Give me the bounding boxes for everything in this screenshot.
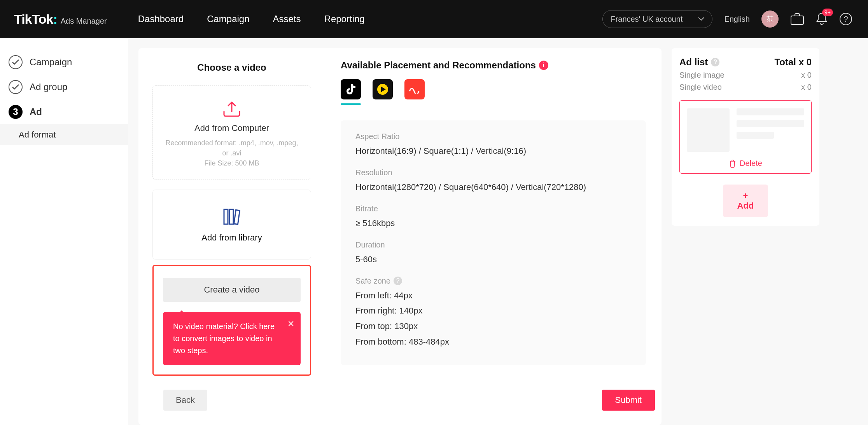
create-video-highlight: Create a video No video material? Click … — [152, 265, 311, 376]
placements-column: Available Placement and Recommendations … — [341, 48, 662, 425]
svg-rect-5 — [234, 210, 240, 225]
substep-adformat[interactable]: Ad format — [0, 124, 128, 145]
notification-badge: 9+ — [822, 9, 833, 16]
step-campaign[interactable]: Campaign — [0, 50, 128, 75]
upload-from-computer[interactable]: Add from Computer Recommended format: .m… — [152, 85, 311, 179]
avatar[interactable]: 范 — [761, 10, 779, 28]
create-video-tooltip: No video material? Click here to convert… — [163, 312, 301, 365]
bell-icon[interactable]: 9+ — [816, 12, 828, 26]
spec-resolution-label: Resolution — [355, 168, 631, 177]
svg-rect-0 — [791, 16, 803, 24]
spec-aspect-label: Aspect Ratio — [355, 132, 631, 141]
hint-icon[interactable]: ? — [711, 58, 719, 66]
trash-icon — [729, 159, 737, 168]
adlist-empty-frame: Delete — [679, 100, 812, 174]
spec-safezone-values: From left: 44px From right: 140px From t… — [355, 289, 631, 348]
adlist-total: Total x 0 — [774, 57, 812, 68]
adlist-head: Ad list ? Total x 0 — [679, 57, 812, 68]
spec-duration-label: Duration — [355, 240, 631, 249]
step-label: Ad — [30, 106, 42, 117]
wave-icon — [409, 85, 420, 94]
step-number: 3 — [9, 105, 23, 119]
upload-icon — [222, 100, 242, 118]
brand-logo: TikTok — [14, 12, 53, 27]
step-label: Campaign — [30, 57, 72, 68]
video-specs: Aspect Ratio Horizontal(16:9) / Square(1… — [341, 120, 646, 365]
step-adgroup[interactable]: Ad group — [0, 75, 128, 99]
choose-video-column: Choose a video Add from Computer Recomme… — [138, 48, 321, 425]
spec-safezone-label: Safe zone ? — [355, 277, 631, 286]
back-button[interactable]: Back — [163, 390, 207, 411]
library-title: Add from library — [162, 233, 301, 243]
skeleton-lines — [737, 108, 804, 152]
step-ad[interactable]: 3 Ad — [0, 99, 128, 124]
library-icon — [222, 208, 241, 226]
steps-sidebar: Campaign Ad group 3 Ad Ad format — [0, 38, 128, 425]
nav-assets[interactable]: Assets — [273, 14, 301, 24]
choose-video-heading: Choose a video — [152, 62, 311, 73]
topbar: TikTok: Ads Manager Dashboard Campaign A… — [0, 0, 868, 38]
hint-icon[interactable]: ? — [394, 277, 402, 285]
upload-hint-2: File Size: 500 MB — [162, 158, 301, 168]
nav-campaign[interactable]: Campaign — [207, 14, 249, 24]
adlist-single-image-row: Single image x 0 — [679, 71, 812, 80]
adlist-single-video-row: Single video x 0 — [679, 83, 812, 92]
help-icon[interactable]: ? — [839, 12, 852, 26]
briefcase-icon[interactable] — [790, 13, 804, 25]
nav-reporting[interactable]: Reporting — [324, 14, 365, 24]
language-selector[interactable]: English — [724, 15, 750, 24]
brand-subtitle: Ads Manager — [61, 17, 107, 26]
spec-bitrate-value: ≥ 516kbps — [355, 217, 631, 230]
submit-button[interactable]: Submit — [602, 390, 655, 411]
svg-text:?: ? — [844, 15, 848, 23]
delete-button[interactable]: Delete — [687, 159, 804, 168]
spec-bitrate-label: Bitrate — [355, 204, 631, 213]
footer-bar: Back Submit — [149, 383, 670, 417]
add-from-library[interactable]: Add from library — [152, 190, 311, 260]
nav-dashboard[interactable]: Dashboard — [138, 14, 184, 24]
placement-icons — [341, 79, 646, 99]
account-name: Frances' UK account — [611, 15, 682, 24]
main-area: Choose a video Add from Computer Recomme… — [128, 38, 868, 425]
brand: TikTok: Ads Manager — [14, 12, 107, 27]
check-icon — [9, 55, 23, 69]
skeleton-row — [687, 108, 804, 152]
svg-rect-4 — [229, 209, 233, 224]
adlist-card: Ad list ? Total x 0 Single image x 0 Sin… — [672, 48, 819, 226]
upload-hint-1: Recommended format: .mp4, .mov, .mpeg, o… — [162, 138, 301, 158]
placements-title: Available Placement and Recommendations … — [341, 60, 646, 71]
placement-underline — [341, 103, 361, 105]
placement-topbuzz[interactable] — [373, 79, 393, 99]
check-icon — [9, 80, 23, 94]
main-nav: Dashboard Campaign Assets Reporting — [138, 14, 365, 24]
placement-tiktok[interactable] — [341, 79, 361, 99]
close-icon[interactable]: ✕ — [287, 317, 294, 331]
svg-rect-3 — [224, 209, 228, 224]
tiktok-icon — [345, 83, 357, 96]
spec-duration-value: 5-60s — [355, 253, 631, 266]
chevron-down-icon — [698, 17, 704, 21]
adlist-heading: Ad list — [679, 57, 708, 68]
create-video-button[interactable]: Create a video — [163, 278, 301, 302]
page-body: Campaign Ad group 3 Ad Ad format Choose … — [0, 38, 868, 425]
info-icon[interactable]: i — [539, 61, 548, 70]
main-card: Choose a video Add from Computer Recomme… — [138, 48, 662, 425]
tooltip-text: No video material? Click here to convert… — [173, 322, 275, 355]
topbar-right: Frances' UK account English 范 9+ ? — [602, 10, 852, 28]
skeleton-thumbnail — [687, 108, 730, 152]
upload-title: Add from Computer — [162, 123, 301, 133]
step-label: Ad group — [30, 82, 67, 92]
spec-resolution-value: Horizontal(1280*720) / Square(640*640) /… — [355, 181, 631, 193]
play-circle-icon — [376, 83, 389, 96]
add-ad-button[interactable]: + Add — [723, 185, 768, 217]
placement-pangle[interactable] — [404, 79, 425, 99]
account-dropdown[interactable]: Frances' UK account — [602, 10, 712, 28]
spec-aspect-value: Horizontal(16:9) / Square(1:1) / Vertica… — [355, 145, 631, 157]
